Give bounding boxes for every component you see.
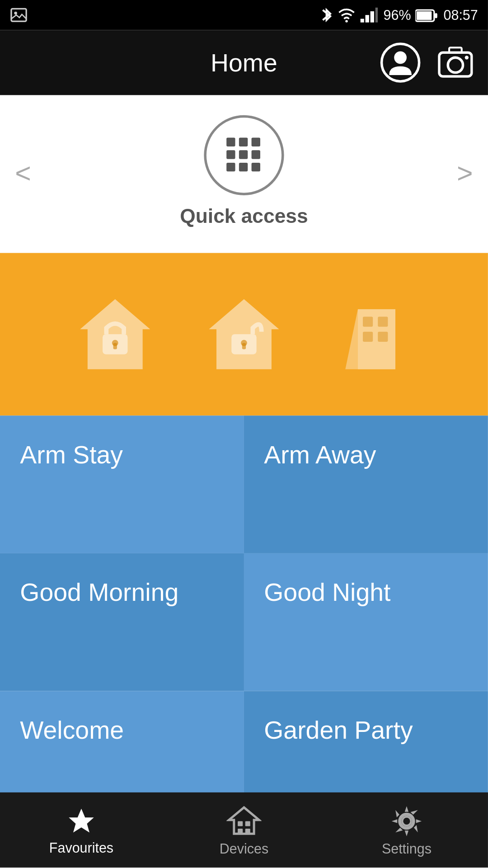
grid-icon — [226, 138, 262, 173]
svg-rect-28 — [378, 331, 388, 341]
svg-rect-32 — [245, 821, 250, 826]
camera-icon — [438, 46, 473, 79]
bottom-navigation: Favourites Devices Settings — [0, 793, 488, 868]
scene-arm-away[interactable]: Arm Away — [244, 415, 488, 553]
image-icon — [10, 6, 28, 24]
app-header: Home — [0, 30, 488, 95]
svg-rect-4 — [366, 15, 370, 23]
svg-marker-24 — [346, 309, 358, 369]
svg-rect-25 — [363, 316, 373, 326]
scene-arm-stay-label: Arm Stay — [20, 438, 224, 471]
gear-icon — [390, 804, 423, 837]
svg-point-1 — [14, 12, 17, 15]
arm-stay-icon — [71, 290, 159, 378]
svg-rect-6 — [376, 8, 379, 23]
next-arrow[interactable]: > — [447, 148, 483, 200]
svg-marker-29 — [69, 808, 94, 832]
clock: 08:57 — [444, 8, 478, 23]
quick-access-icon — [204, 115, 284, 195]
camera-button[interactable] — [433, 40, 478, 85]
nav-favourites[interactable]: Favourites — [0, 806, 163, 854]
svg-point-10 — [394, 52, 407, 64]
svg-rect-9 — [436, 13, 438, 18]
profile-icon — [380, 42, 421, 83]
nav-settings[interactable]: Settings — [325, 804, 488, 856]
wifi-icon — [338, 8, 356, 23]
nav-settings-label: Settings — [382, 840, 432, 855]
scene-good-morning[interactable]: Good Morning — [0, 553, 244, 691]
scenes-grid: Arm Stay Arm Away Good Morning Good Nigh… — [0, 415, 488, 829]
svg-rect-8 — [417, 11, 432, 19]
svg-rect-22 — [242, 342, 246, 349]
svg-point-14 — [465, 56, 469, 59]
svg-point-12 — [448, 57, 463, 72]
scene-good-night-label: Good Night — [264, 576, 468, 609]
svg-point-35 — [402, 816, 411, 825]
header-actions — [378, 40, 478, 85]
nav-favourites-label: Favourites — [49, 840, 113, 854]
star-icon — [66, 806, 96, 835]
bluetooth-icon — [321, 6, 333, 24]
svg-rect-31 — [238, 821, 243, 826]
battery-icon — [416, 8, 439, 22]
main-content: < Quick access > — [0, 95, 488, 867]
profile-button[interactable] — [378, 40, 423, 85]
nav-devices-label: Devices — [220, 840, 268, 855]
svg-rect-34 — [245, 828, 250, 833]
svg-rect-18 — [113, 342, 117, 349]
svg-rect-26 — [378, 316, 388, 326]
svg-rect-3 — [361, 19, 365, 23]
svg-rect-13 — [449, 47, 462, 52]
svg-rect-33 — [238, 828, 243, 833]
svg-point-2 — [346, 20, 348, 23]
devices-icon — [226, 804, 262, 837]
nav-devices[interactable]: Devices — [163, 804, 325, 856]
svg-rect-0 — [11, 9, 26, 21]
scene-good-morning-label: Good Morning — [20, 576, 224, 609]
signal-icon — [361, 8, 379, 23]
svg-rect-27 — [363, 331, 373, 341]
battery-percent: 96% — [384, 8, 411, 23]
scene-garden-party-label: Garden Party — [264, 713, 468, 746]
scene-good-night[interactable]: Good Night — [244, 553, 488, 691]
away-building-icon — [329, 290, 417, 378]
prev-arrow[interactable]: < — [5, 148, 41, 200]
svg-marker-30 — [229, 807, 259, 833]
page-title: Home — [211, 48, 277, 77]
svg-rect-5 — [371, 11, 375, 23]
quick-access-label: Quick access — [180, 205, 308, 228]
scene-arm-stay[interactable]: Arm Stay — [0, 415, 244, 553]
arm-banner — [0, 253, 488, 415]
quick-access-section: < Quick access > — [0, 95, 488, 253]
scene-arm-away-label: Arm Away — [264, 438, 468, 471]
scene-welcome-label: Welcome — [20, 713, 224, 746]
status-bar: 96% 08:57 — [0, 0, 488, 30]
arm-away-icon — [200, 290, 288, 378]
